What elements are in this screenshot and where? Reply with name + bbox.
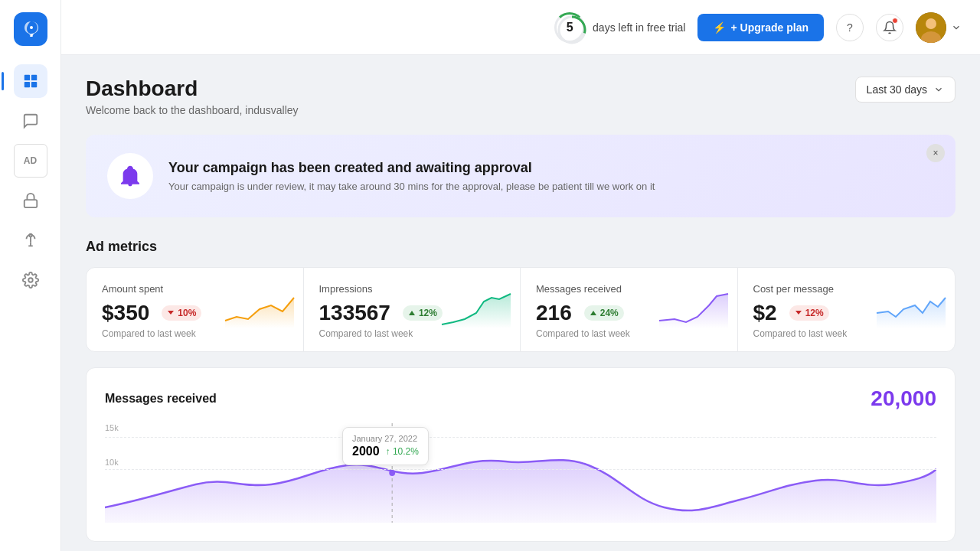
metric-sparkline bbox=[659, 290, 728, 328]
notifications-button[interactable] bbox=[876, 14, 903, 41]
metric-amount-spent: Amount spent $350 10% Compared to last w… bbox=[87, 268, 304, 351]
trial-text: days left in free trial bbox=[593, 21, 685, 34]
notice-content: Your campaign has been created and await… bbox=[168, 160, 655, 192]
help-button[interactable]: ? bbox=[836, 14, 864, 41]
svg-marker-15 bbox=[409, 311, 415, 315]
svg-rect-4 bbox=[31, 82, 36, 87]
page-header: Dashboard Welcome back to the dashboard,… bbox=[86, 77, 956, 116]
messages-chart-section: Messages received 20,000 15k 10k bbox=[86, 367, 956, 542]
grid-line bbox=[105, 437, 936, 438]
svg-marker-16 bbox=[590, 311, 596, 315]
chart-label-15k: 15k bbox=[105, 423, 119, 432]
metrics-grid: Amount spent $350 10% Compared to last w… bbox=[86, 267, 956, 352]
active-metric-indicator bbox=[622, 351, 635, 352]
notification-dot bbox=[892, 18, 898, 24]
tooltip-change: ↑ 10.2% bbox=[386, 446, 419, 457]
ad-metrics-section: Ad metrics Amount spent $350 10% bbox=[86, 239, 956, 352]
upgrade-button[interactable]: ⚡ + Upgrade plan bbox=[697, 14, 824, 41]
svg-rect-1 bbox=[24, 75, 29, 80]
sidebar-item-security[interactable] bbox=[14, 184, 47, 217]
chart-area: 15k 10k bbox=[105, 423, 936, 523]
chart-tooltip: January 27, 2022 2000 ↑ 10.2% bbox=[342, 427, 429, 465]
svg-rect-3 bbox=[24, 82, 29, 87]
svg-point-0 bbox=[30, 26, 33, 29]
campaign-notice: Your campaign has been created and await… bbox=[86, 135, 956, 217]
sidebar: AD bbox=[0, 0, 61, 551]
metric-change-badge: 12% bbox=[789, 305, 829, 321]
page-title: Dashboard bbox=[86, 77, 299, 101]
metric-footer: Compared to last week bbox=[102, 328, 288, 339]
chart-title: Messages received bbox=[105, 392, 217, 406]
sidebar-item-settings[interactable] bbox=[14, 263, 47, 297]
svg-rect-2 bbox=[31, 75, 36, 80]
main-content: Dashboard Welcome back to the dashboard,… bbox=[61, 55, 980, 551]
avatar bbox=[916, 12, 946, 43]
tooltip-value: 2000 bbox=[352, 445, 380, 458]
metric-footer: Compared to last week bbox=[319, 328, 505, 339]
svg-marker-14 bbox=[168, 311, 174, 315]
metric-sparkline bbox=[442, 290, 511, 328]
messages-sparkline-chart bbox=[105, 423, 936, 523]
metric-cost-per-message: Cost per message $2 12% Compared to last… bbox=[738, 268, 956, 351]
sidebar-item-dashboard[interactable] bbox=[14, 64, 47, 98]
metric-value: 216 bbox=[536, 301, 572, 325]
date-filter-dropdown[interactable]: Last 30 days bbox=[855, 77, 956, 103]
grid-line bbox=[105, 469, 936, 470]
ad-icon: AD bbox=[24, 155, 37, 166]
metric-impressions: Impressions 133567 12% Compared to last … bbox=[304, 268, 521, 351]
help-icon: ? bbox=[847, 21, 853, 34]
sidebar-item-ads[interactable]: AD bbox=[14, 144, 47, 178]
page-subtitle: Welcome back to the dashboard, indusvall… bbox=[86, 104, 299, 116]
tooltip-date: January 27, 2022 bbox=[352, 434, 419, 443]
svg-point-19 bbox=[389, 470, 395, 476]
metric-change-badge: 12% bbox=[403, 305, 443, 321]
notice-body: Your campaign is under review, it may ta… bbox=[168, 181, 655, 192]
metric-change-badge: 10% bbox=[162, 305, 201, 321]
metric-footer: Compared to last week bbox=[753, 328, 940, 339]
metric-change-badge: 24% bbox=[584, 305, 624, 321]
page-title-group: Dashboard Welcome back to the dashboard,… bbox=[86, 77, 299, 116]
svg-rect-5 bbox=[24, 200, 37, 207]
main-wrapper: 5 days left in free trial ⚡ + Upgrade pl… bbox=[61, 0, 980, 551]
metric-value: $2 bbox=[753, 301, 777, 325]
chart-label-10k: 10k bbox=[105, 458, 119, 467]
upgrade-icon: ⚡ bbox=[713, 21, 726, 34]
notice-icon bbox=[107, 153, 153, 199]
ad-metrics-title: Ad metrics bbox=[86, 239, 956, 255]
svg-marker-17 bbox=[795, 311, 802, 315]
metric-sparkline bbox=[225, 290, 294, 328]
svg-point-12 bbox=[926, 18, 936, 29]
metric-messages: Messages received 216 24% Compared to la… bbox=[521, 268, 738, 351]
trial-days-circle: 5 bbox=[554, 12, 585, 43]
chart-total: 20,000 bbox=[871, 386, 936, 411]
notice-title: Your campaign has been created and await… bbox=[168, 160, 655, 176]
metric-footer: Compared to last week bbox=[536, 328, 722, 339]
metric-sparkline bbox=[877, 290, 946, 328]
sidebar-item-alerts[interactable] bbox=[14, 223, 47, 257]
user-avatar-button[interactable] bbox=[916, 12, 962, 43]
logo[interactable] bbox=[14, 12, 47, 46]
metric-value: $350 bbox=[102, 301, 149, 325]
chevron-down-icon bbox=[951, 22, 962, 33]
svg-point-8 bbox=[28, 278, 33, 282]
metric-value: 133567 bbox=[319, 301, 390, 325]
trial-badge: 5 days left in free trial bbox=[554, 12, 685, 43]
chevron-down-icon bbox=[933, 84, 944, 95]
notice-close-button[interactable]: × bbox=[926, 144, 945, 162]
sidebar-item-messages[interactable] bbox=[14, 104, 47, 138]
chart-header: Messages received 20,000 bbox=[105, 386, 936, 411]
top-header: 5 days left in free trial ⚡ + Upgrade pl… bbox=[61, 0, 980, 55]
